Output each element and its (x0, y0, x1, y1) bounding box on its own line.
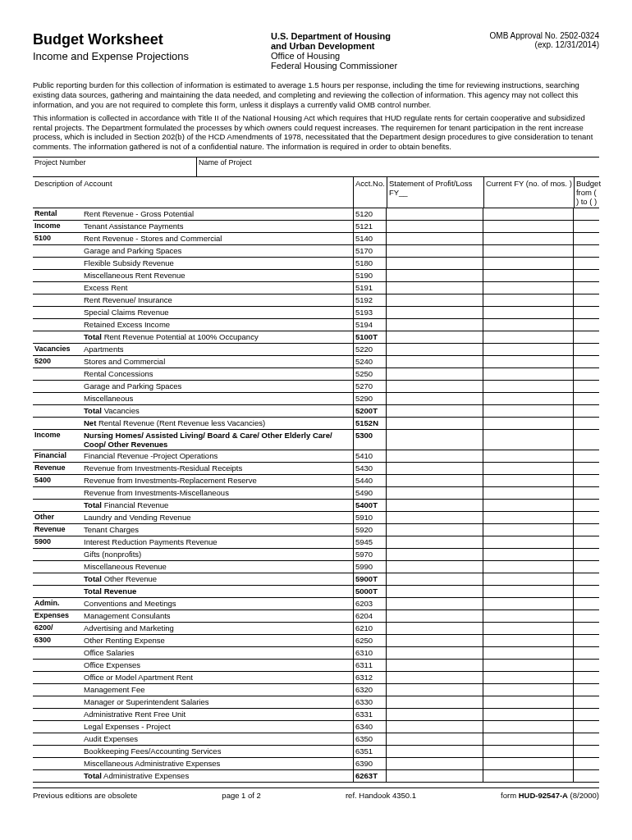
current-fy-cell[interactable] (483, 430, 573, 450)
budget-cell[interactable] (573, 770, 599, 782)
budget-cell[interactable] (573, 331, 599, 343)
statement-cell[interactable] (386, 770, 483, 782)
statement-cell[interactable] (386, 573, 483, 585)
current-fy-cell[interactable] (483, 282, 573, 294)
statement-cell[interactable] (386, 512, 483, 523)
budget-cell[interactable] (573, 733, 599, 745)
current-fy-cell[interactable] (483, 536, 573, 548)
budget-cell[interactable] (573, 672, 599, 683)
statement-cell[interactable] (386, 758, 483, 769)
budget-cell[interactable] (573, 463, 599, 474)
current-fy-cell[interactable] (483, 733, 573, 745)
current-fy-cell[interactable] (483, 647, 573, 659)
current-fy-cell[interactable] (483, 307, 573, 318)
budget-cell[interactable] (573, 270, 599, 281)
budget-cell[interactable] (573, 245, 599, 257)
statement-cell[interactable] (386, 733, 483, 745)
budget-cell[interactable] (573, 258, 599, 269)
statement-cell[interactable] (386, 586, 483, 597)
budget-cell[interactable] (573, 647, 599, 659)
current-fy-cell[interactable] (483, 635, 573, 646)
current-fy-cell[interactable] (483, 573, 573, 585)
statement-cell[interactable] (386, 623, 483, 634)
statement-cell[interactable] (386, 319, 483, 331)
budget-cell[interactable] (573, 208, 599, 220)
current-fy-cell[interactable] (483, 381, 573, 392)
budget-cell[interactable] (573, 696, 599, 708)
current-fy-cell[interactable] (483, 245, 573, 257)
statement-cell[interactable] (386, 270, 483, 281)
budget-cell[interactable] (573, 356, 599, 368)
budget-cell[interactable] (573, 684, 599, 696)
statement-cell[interactable] (386, 610, 483, 622)
statement-cell[interactable] (386, 356, 483, 368)
statement-cell[interactable] (386, 475, 483, 486)
current-fy-cell[interactable] (483, 610, 573, 622)
current-fy-cell[interactable] (483, 258, 573, 269)
budget-cell[interactable] (573, 746, 599, 757)
budget-cell[interactable] (573, 635, 599, 646)
current-fy-cell[interactable] (483, 208, 573, 220)
current-fy-cell[interactable] (483, 758, 573, 769)
current-fy-cell[interactable] (483, 221, 573, 232)
current-fy-cell[interactable] (483, 696, 573, 708)
budget-cell[interactable] (573, 430, 599, 450)
statement-cell[interactable] (386, 721, 483, 733)
current-fy-cell[interactable] (483, 598, 573, 609)
budget-cell[interactable] (573, 475, 599, 486)
statement-cell[interactable] (386, 463, 483, 474)
budget-cell[interactable] (573, 524, 599, 536)
current-fy-cell[interactable] (483, 294, 573, 306)
statement-cell[interactable] (386, 536, 483, 548)
statement-cell[interactable] (386, 561, 483, 573)
budget-cell[interactable] (573, 221, 599, 232)
budget-cell[interactable] (573, 586, 599, 597)
statement-cell[interactable] (386, 282, 483, 294)
statement-cell[interactable] (386, 647, 483, 659)
statement-cell[interactable] (386, 430, 483, 450)
statement-cell[interactable] (386, 221, 483, 232)
budget-cell[interactable] (573, 319, 599, 331)
statement-cell[interactable] (386, 746, 483, 757)
statement-cell[interactable] (386, 393, 483, 404)
statement-cell[interactable] (386, 258, 483, 269)
statement-cell[interactable] (386, 524, 483, 536)
statement-cell[interactable] (386, 233, 483, 244)
statement-cell[interactable] (386, 684, 483, 696)
current-fy-cell[interactable] (483, 487, 573, 499)
current-fy-cell[interactable] (483, 463, 573, 474)
budget-cell[interactable] (573, 418, 599, 429)
budget-cell[interactable] (573, 487, 599, 499)
statement-cell[interactable] (386, 344, 483, 355)
statement-cell[interactable] (386, 660, 483, 671)
current-fy-cell[interactable] (483, 512, 573, 523)
budget-cell[interactable] (573, 381, 599, 392)
budget-cell[interactable] (573, 500, 599, 511)
statement-cell[interactable] (386, 598, 483, 609)
budget-cell[interactable] (573, 623, 599, 634)
statement-cell[interactable] (386, 635, 483, 646)
current-fy-cell[interactable] (483, 721, 573, 733)
budget-cell[interactable] (573, 758, 599, 769)
current-fy-cell[interactable] (483, 393, 573, 404)
statement-cell[interactable] (386, 709, 483, 720)
current-fy-cell[interactable] (483, 270, 573, 281)
budget-cell[interactable] (573, 512, 599, 523)
statement-cell[interactable] (386, 294, 483, 306)
current-fy-cell[interactable] (483, 331, 573, 343)
budget-cell[interactable] (573, 405, 599, 417)
budget-cell[interactable] (573, 294, 599, 306)
statement-cell[interactable] (386, 331, 483, 343)
budget-cell[interactable] (573, 610, 599, 622)
budget-cell[interactable] (573, 393, 599, 404)
budget-cell[interactable] (573, 536, 599, 548)
budget-cell[interactable] (573, 233, 599, 244)
current-fy-cell[interactable] (483, 405, 573, 417)
budget-cell[interactable] (573, 282, 599, 294)
statement-cell[interactable] (386, 208, 483, 220)
budget-cell[interactable] (573, 709, 599, 720)
budget-cell[interactable] (573, 598, 599, 609)
budget-cell[interactable] (573, 660, 599, 671)
statement-cell[interactable] (386, 672, 483, 683)
current-fy-cell[interactable] (483, 319, 573, 331)
